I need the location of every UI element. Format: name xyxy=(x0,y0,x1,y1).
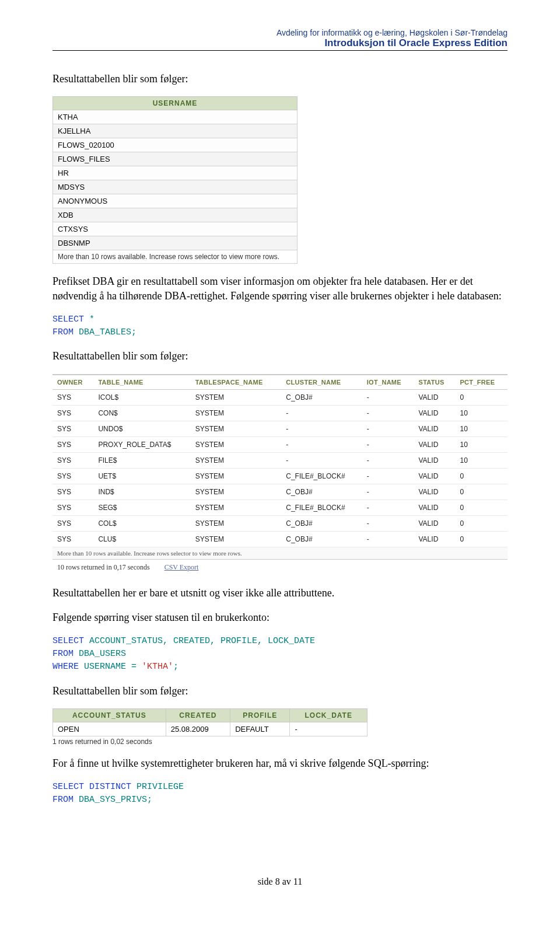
shot-note1: More than 10 rows available. Increase ro… xyxy=(52,547,508,560)
username-cell: FLOWS_FILES xyxy=(53,152,298,166)
shot-col-header: STATUS xyxy=(414,375,456,389)
table-row: SYSCON$SYSTEM--VALID10 xyxy=(52,405,508,421)
shot-col-header: IOT_NAME xyxy=(362,375,414,389)
username-cell: DBSNMP xyxy=(53,236,298,250)
page-footer: side 8 av 11 xyxy=(52,876,508,887)
username-cell: KTHA xyxy=(53,110,298,124)
username-cell: KJELLHA xyxy=(53,124,298,138)
shot-col-header: TABLESPACE_NAME xyxy=(191,375,282,389)
t3-header: CREATED xyxy=(166,708,230,722)
shot-col-header: TABLE_NAME xyxy=(93,375,190,389)
account-status-table: ACCOUNT_STATUSCREATEDPROFILELOCK_DATE OP… xyxy=(52,708,368,736)
paragraph-6: Resultattabellen blir som følger: xyxy=(52,684,508,698)
username-header: USERNAME xyxy=(53,97,298,110)
header-line1: Avdeling for informatikk og e-læring, Hø… xyxy=(52,28,508,37)
shot-col-header: CLUSTER_NAME xyxy=(281,375,362,389)
t3-header: PROFILE xyxy=(230,708,290,722)
username-cell: XDB xyxy=(53,208,298,222)
csv-export-link[interactable]: CSV Export xyxy=(164,563,199,571)
paragraph-4: Resultattabellen her er bare et utsnitt … xyxy=(52,586,508,600)
username-cell: FLOWS_020100 xyxy=(53,138,298,152)
code-block-2: SELECT ACCOUNT_STATUS, CREATED, PROFILE,… xyxy=(52,635,508,673)
username-note: More than 10 rows available. Increase ro… xyxy=(53,250,298,264)
account-status-note: 1 rows returned in 0,02 seconds xyxy=(52,738,508,746)
paragraph-3: Resultattabellen blir som følger: xyxy=(52,349,508,363)
t3-header: ACCOUNT_STATUS xyxy=(53,708,166,722)
username-cell: MDSYS xyxy=(53,180,298,194)
table-row: SYSIND$SYSTEMC_OBJ#-VALID0 xyxy=(52,484,508,500)
username-table: USERNAME KTHAKJELLHAFLOWS_020100FLOWS_FI… xyxy=(52,96,298,264)
header-line2: Introduksjon til Oracle Express Edition xyxy=(52,37,508,49)
code-block-1: SELECT * FROM DBA_TABLES; xyxy=(52,313,508,339)
table-row: SYSUNDO$SYSTEM--VALID10 xyxy=(52,421,508,436)
username-cell: HR xyxy=(53,166,298,180)
paragraph-5: Følgende spørring viser statusen til en … xyxy=(52,610,508,624)
username-cell: ANONYMOUS xyxy=(53,194,298,208)
shot-col-header: OWNER xyxy=(52,375,93,389)
table-row: SYSICOL$SYSTEMC_OBJ#-VALID0 xyxy=(52,389,508,405)
table-row: SYSCLU$SYSTEMC_OBJ#-VALID0 xyxy=(52,531,508,547)
shot-note2: 10 rows returned in 0,17 seconds xyxy=(57,563,150,571)
dba-tables-screenshot: OWNERTABLE_NAMETABLESPACE_NAMECLUSTER_NA… xyxy=(52,374,508,575)
code-block-3: SELECT DISTINCT PRIVILEGE FROM DBA_SYS_P… xyxy=(52,781,508,806)
table-row: SYSFILE$SYSTEM--VALID10 xyxy=(52,452,508,468)
paragraph-1: Resultattabellen blir som følger: xyxy=(52,72,508,86)
t3-header: LOCK_DATE xyxy=(290,708,368,722)
page-header: Avdeling for informatikk og e-læring, Hø… xyxy=(52,28,508,51)
table-row: SYSPROXY_ROLE_DATA$SYSTEM--VALID10 xyxy=(52,436,508,452)
shot-col-header: PCT_FREE xyxy=(455,375,508,389)
username-cell: CTXSYS xyxy=(53,222,298,236)
paragraph-2: Prefikset DBA gir en resultattabell som … xyxy=(52,274,508,303)
table-row: SYSUET$SYSTEMC_FILE#_BLOCK#-VALID0 xyxy=(52,468,508,484)
paragraph-7: For å finne ut hvilke systemrettigheter … xyxy=(52,756,508,770)
table-row: SYSSEG$SYSTEMC_FILE#_BLOCK#-VALID0 xyxy=(52,500,508,515)
table-row: SYSCOL$SYSTEMC_OBJ#-VALID0 xyxy=(52,515,508,531)
